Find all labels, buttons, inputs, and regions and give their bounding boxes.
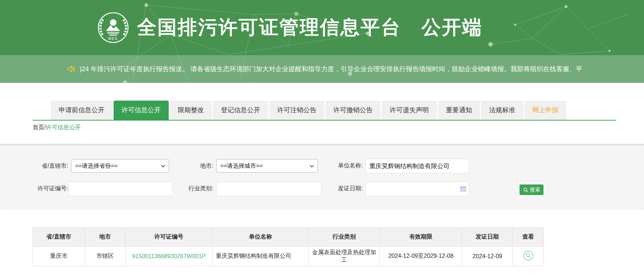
tab-pre-application-disclosure[interactable]: 申请前信息公开: [51, 101, 112, 120]
province-select[interactable]: ==请选择省份==: [71, 159, 169, 173]
city-select-value: ==请选择城市==: [220, 163, 263, 169]
tab-online-declaration[interactable]: 网上申报: [524, 101, 566, 120]
cell-validity: 2024-12-09至2029-12-08: [380, 247, 462, 266]
tab-permit-revocation-notice[interactable]: 许可撤销公告: [325, 101, 381, 120]
mee-logo-icon: MEE: [97, 12, 129, 44]
col-header-city: 地市: [85, 228, 126, 247]
notice-marquee-text: )24 年排污许可证年度执行报告报送。 请各省级生态环境部门加大对企业提醒和指导…: [79, 65, 644, 73]
tab-bar: 申请前信息公开 许可信息公开 限期整改 登记信息公开 许可注销公告 许可撤销公告…: [51, 101, 616, 120]
search-icon: [523, 187, 528, 192]
tab-permit-cancellation-notice[interactable]: 许可注销公告: [269, 101, 324, 120]
cell-industry: 金属表面处理及热处理加工: [309, 247, 380, 266]
breadcrumb-home-link[interactable]: 首页: [33, 124, 44, 130]
col-header-industry: 行业类别: [309, 228, 380, 247]
tab-deadline-rectification[interactable]: 限期整改: [170, 101, 212, 120]
tab-regulations-standards[interactable]: 法规标准: [481, 101, 523, 120]
tab-permit-info-disclosure[interactable]: 许可信息公开: [114, 101, 169, 120]
industry-label: 行业类别:: [173, 182, 213, 195]
results-table: 省/直辖市 地市 许可证编号 单位名称 行业类别 有效期限 发证日期 查看 重庆…: [33, 227, 544, 266]
site-title: 全国排污许可证管理信息平台 公开端: [137, 15, 483, 41]
breadcrumb: 首页/许可信息公开: [33, 121, 644, 136]
cell-city: 市辖区: [85, 247, 126, 266]
col-header-view: 查看: [513, 228, 544, 247]
issue-date-label: 发证日期:: [323, 182, 363, 195]
col-header-permit-number: 许可证编号: [126, 228, 213, 247]
notice-banner: )24 年排污许可证年度执行报告报送。 请各省级生态环境部门加大对企业提醒和指导…: [0, 55, 644, 83]
col-header-company: 单位名称: [213, 228, 309, 247]
table-row: 重庆市 市辖区 91500113668930267W001P 重庆昊辉钢结构制造…: [33, 247, 544, 266]
cell-company: 重庆昊辉钢结构制造有限公司: [213, 247, 309, 266]
city-label: 地市:: [173, 159, 213, 173]
tab-permit-loss-statement[interactable]: 许可遗失声明: [382, 101, 437, 120]
province-select-value: ==请选择省份==: [75, 163, 118, 169]
col-header-province: 省/直辖市: [33, 228, 85, 247]
site-header: MEE 全国排污许可证管理信息平台 公开端: [0, 0, 644, 55]
speaker-icon: [67, 65, 76, 73]
permit-number-input[interactable]: [68, 182, 173, 196]
view-magnifier-icon[interactable]: [523, 251, 533, 261]
col-header-issue-date: 发证日期: [462, 228, 513, 247]
permit-number-label: 许可证编号:: [15, 182, 68, 195]
nav-section: 申请前信息公开 许可信息公开 限期整改 登记信息公开 许可注销公告 许可撤销公告…: [0, 83, 644, 136]
company-name-input[interactable]: [365, 159, 469, 173]
company-name-label: 单位名称:: [323, 159, 363, 173]
cell-province: 重庆市: [33, 247, 85, 266]
city-select[interactable]: ==请选择城市==: [216, 159, 318, 173]
svg-text:MEE: MEE: [108, 37, 118, 41]
search-form: 省/直辖市: ==请选择省份== 地市: ==请选择城市== 单位名称: 许可证…: [0, 144, 644, 210]
calendar-icon[interactable]: [460, 186, 466, 192]
table-header-row: 省/直辖市 地市 许可证编号 单位名称 行业类别 有效期限 发证日期 查看: [33, 228, 544, 247]
search-button-label: 搜索: [530, 187, 540, 193]
tab-important-notices[interactable]: 重要通知: [438, 101, 480, 120]
tabs-underline: 申请前信息公开 许可信息公开 限期整改 登记信息公开 许可注销公告 许可撤销公告…: [33, 101, 616, 121]
chevron-down-icon: [309, 165, 314, 168]
cell-issue-date: 2024-12-09: [462, 247, 513, 266]
col-header-validity: 有效期限: [380, 228, 462, 247]
breadcrumb-current: 许可信息公开: [46, 124, 81, 130]
page-top: MEE 全国排污许可证管理信息平台 公开端 )24 年排污许可证年度执行报告报送…: [0, 0, 644, 83]
tab-registration-info-disclosure[interactable]: 登记信息公开: [213, 101, 268, 120]
industry-input[interactable]: [216, 182, 321, 196]
province-label: 省/直辖市:: [15, 159, 68, 173]
chevron-down-icon: [161, 165, 165, 168]
issue-date-field: [365, 182, 469, 196]
permit-number-link[interactable]: 91500113668930267W001P: [132, 253, 206, 259]
issue-date-input[interactable]: [365, 182, 469, 196]
search-button[interactable]: 搜索: [520, 184, 543, 195]
